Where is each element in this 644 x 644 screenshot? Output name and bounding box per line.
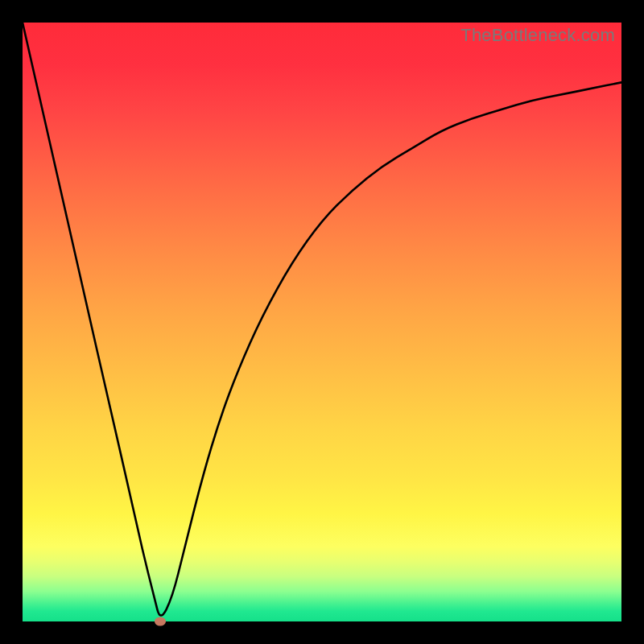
bottleneck-curve [23, 23, 621, 621]
chart-frame: TheBottleneck.com [0, 0, 644, 644]
plot-area: TheBottleneck.com [23, 23, 621, 621]
optimum-marker [155, 617, 166, 626]
